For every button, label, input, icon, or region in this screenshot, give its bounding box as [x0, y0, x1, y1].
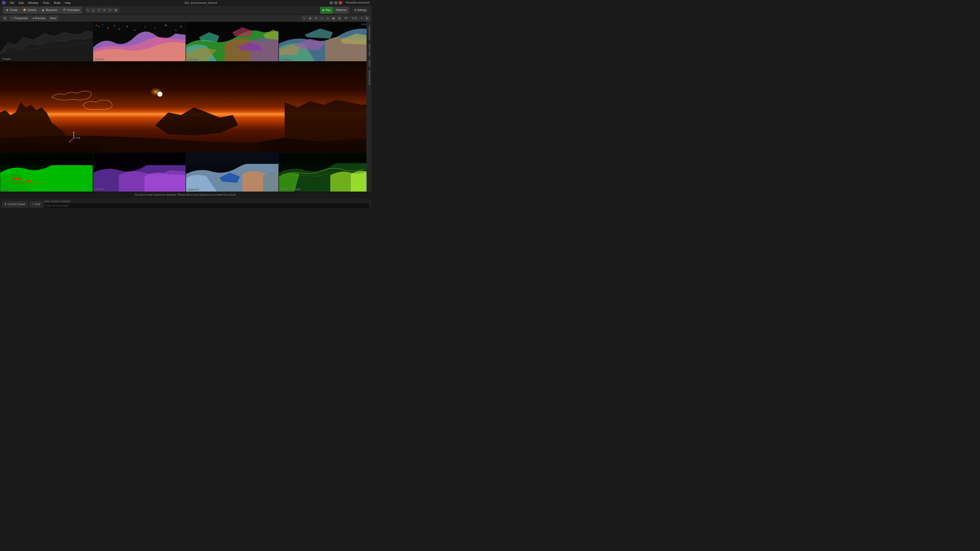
hamburger-icon: ☰	[4, 17, 6, 20]
toolbar: ✚ Create 📦 Content ◆ Blueprints 🎬 Cinema…	[0, 6, 372, 15]
rotate-button[interactable]: ↻	[313, 16, 318, 21]
viewport-instances[interactable]: Instances	[186, 22, 279, 62]
fracture-button[interactable]: ⊞	[113, 8, 118, 13]
svg-rect-36	[26, 180, 31, 182]
fov-display: 45°	[343, 16, 350, 20]
menu-help[interactable]: Help	[64, 1, 72, 4]
res-display: 4	[359, 16, 364, 20]
cmd-button[interactable]: > Cmd	[30, 201, 42, 207]
svg-rect-14	[119, 29, 120, 30]
svg-rect-16	[134, 30, 135, 31]
svg-rect-43	[106, 159, 107, 159]
landscape-mode-button[interactable]: △	[91, 8, 96, 13]
window-title: UE5_Environment_Demo#	[184, 1, 217, 4]
cmd-search-input[interactable]	[44, 203, 369, 208]
mask-svg	[0, 152, 93, 192]
svg-rect-15	[127, 26, 128, 27]
expand-button[interactable]: ⊡	[364, 16, 369, 21]
toolbar-create-group: ✚ Create 📦 Content ◆ Blueprints 🎬 Cinema…	[2, 7, 83, 14]
menu-window[interactable]: Window	[27, 1, 39, 4]
window-close-button[interactable]	[339, 1, 342, 5]
foliage-mode-button[interactable]: ▽	[97, 8, 102, 13]
select-mode-button[interactable]: ↖	[85, 8, 90, 13]
perspective-button[interactable]: ⬛ Perspective	[9, 16, 30, 21]
svg-rect-9	[96, 25, 97, 26]
content-icon: 📦	[23, 8, 26, 12]
svg-rect-41	[145, 158, 145, 158]
menu-tools[interactable]: Tools	[42, 1, 51, 4]
viewport-center[interactable]	[0, 62, 372, 152]
content-drawer-button[interactable]: ⬆ Content Drawer	[2, 201, 27, 207]
toolbar-play-group: ▶ Play Platforms	[319, 7, 350, 14]
cinematics-button[interactable]: 🎬 Cinematics	[60, 7, 82, 14]
snap-button[interactable]: ⊞	[307, 16, 313, 21]
svg-point-27	[159, 93, 162, 96]
world-settings-tab[interactable]: World Settings	[368, 68, 371, 86]
viewport-primitives[interactable]: Primitives 24.61 ms	[279, 22, 372, 62]
menu-build[interactable]: Build	[53, 1, 61, 4]
instances-svg	[186, 22, 278, 61]
scale-display: 0.25	[350, 16, 358, 20]
matcomplexity-label: Material Complexity	[280, 188, 301, 191]
complex-label: Complex	[95, 58, 104, 60]
show-button[interactable]: Show	[48, 16, 58, 21]
svg-rect-42	[165, 156, 165, 157]
layout-button[interactable]: ⊟	[337, 16, 342, 21]
app-icon	[2, 1, 6, 5]
svg-rect-35	[13, 178, 21, 180]
drawer-icon: ⬆	[4, 203, 6, 206]
svg-rect-40	[119, 155, 119, 156]
matcomplexity-svg	[279, 152, 371, 192]
svg-rect-18	[155, 28, 156, 29]
bottom-row: Mask Overdraw	[0, 152, 372, 192]
right-sidebar: World Outliner Data Layers Details World…	[366, 22, 372, 192]
create-button[interactable]: ✚ Create	[3, 7, 20, 14]
content-button[interactable]: 📦 Content	[21, 7, 38, 14]
scale-button[interactable]: ⤡	[319, 16, 325, 21]
window-minimize-button[interactable]	[329, 1, 333, 5]
viewport-mask[interactable]: Mask	[0, 152, 93, 192]
viewport-complex[interactable]: Complex	[93, 22, 186, 62]
modeling-button[interactable]: ⬡	[108, 8, 113, 13]
viewport-material-complexity[interactable]: Material Complexity	[279, 152, 372, 192]
top-row: Triangles	[0, 22, 372, 62]
svg-rect-12	[107, 27, 108, 29]
title-bar-left: File Edit Window Tools Build Help	[2, 1, 72, 5]
toolbar-settings-group: ⚙ Settings	[351, 7, 369, 14]
menu-edit[interactable]: Edit	[18, 1, 25, 4]
play-button[interactable]: ▶ Play	[320, 7, 333, 14]
svg-rect-38	[0, 152, 93, 165]
viewport-area: Triangles	[0, 22, 372, 192]
blueprints-button[interactable]: ◆ Blueprints	[39, 7, 59, 14]
svg-rect-19	[165, 25, 166, 26]
settings-button[interactable]: ⚙ Settings	[352, 7, 369, 14]
overview-button[interactable]: ● Overview	[30, 16, 47, 21]
triangles-svg	[0, 22, 93, 61]
viewport-overdraw[interactable]: Overdraw	[93, 152, 186, 192]
primitives-label: Primitives	[280, 58, 290, 60]
app-name: PlanetEnvironment	[346, 1, 369, 5]
window-controls: PlanetEnvironment	[329, 1, 369, 5]
svg-rect-13	[114, 25, 115, 26]
details-tab[interactable]: Details	[368, 58, 371, 68]
world-outliner-tab[interactable]: World Outliner	[368, 24, 371, 41]
mask-label: Mask	[2, 188, 7, 191]
center-viewport-svg	[0, 62, 372, 152]
viewport-triangles[interactable]: Triangles	[0, 22, 93, 62]
menu-file[interactable]: File	[9, 1, 15, 4]
window-maximize-button[interactable]	[334, 1, 338, 5]
cursor-icon-button[interactable]: ↖	[302, 16, 307, 21]
svg-rect-11	[102, 24, 103, 25]
svg-rect-17	[145, 27, 146, 27]
viewport-menu-button[interactable]: ☰	[2, 16, 8, 21]
overdraw-label: Overdraw	[95, 188, 105, 191]
platforms-button[interactable]: Platforms	[334, 7, 349, 14]
grid-button[interactable]: ▤	[331, 16, 336, 21]
materialid-label: Material ID	[188, 188, 199, 191]
mesh-paint-button[interactable]: ✏	[102, 8, 107, 13]
cmd-label: Enter Console Command	[44, 200, 369, 203]
surface-button[interactable]: ◻	[325, 16, 330, 21]
data-layers-tab[interactable]: Data Layers	[368, 42, 371, 58]
svg-rect-20	[175, 30, 177, 31]
viewport-material-id[interactable]: Material ID	[186, 152, 279, 192]
